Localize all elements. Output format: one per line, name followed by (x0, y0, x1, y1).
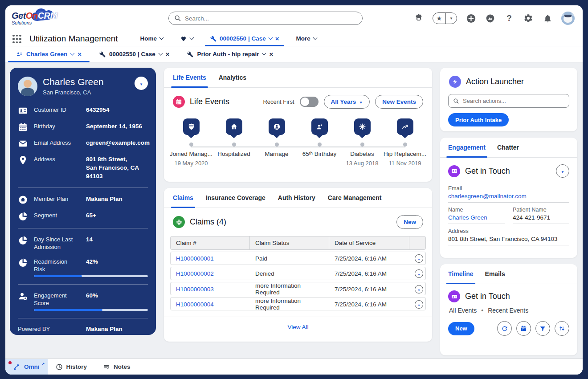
col-claim-number[interactable]: Claim # (171, 236, 250, 249)
chevron-down-icon[interactable] (190, 36, 194, 40)
recent-first-toggle[interactable] (300, 97, 318, 107)
einstein-icon[interactable] (413, 13, 424, 24)
nav-tab-more[interactable]: More (289, 31, 323, 46)
new-claim-button[interactable]: New (396, 215, 423, 229)
col-date-of-service[interactable]: Date of Service (329, 236, 409, 249)
nav-tab-favorite[interactable] (173, 31, 200, 46)
chevron-down-icon[interactable] (159, 36, 164, 40)
timeline-dot (189, 143, 193, 147)
tab-timeline[interactable]: Timeline (448, 264, 474, 284)
subtab-charles-green[interactable]: Charles Green (8, 46, 90, 62)
life-event-marriage[interactable]: Marriage (256, 118, 298, 167)
nav-tab-home[interactable]: Home (133, 31, 171, 46)
chevron-down-icon[interactable] (158, 51, 163, 56)
life-event-diabetes[interactable]: Diabetes 13 Aug 2018 (341, 118, 383, 167)
life-event-65th-birthday[interactable]: 65ᵗʰ Birthday (298, 118, 340, 167)
global-search[interactable] (168, 12, 363, 25)
timeline-dot (360, 143, 364, 147)
utility-notes[interactable]: Notes (95, 359, 139, 375)
life-event-hip-replacement[interactable]: Hip Replacem... 11 Nov 2019 (384, 118, 426, 167)
app-launcher-waffle-icon[interactable] (12, 34, 21, 44)
calendar-icon[interactable] (516, 321, 531, 336)
subtab-case[interactable]: 00002550 | Case (91, 46, 177, 62)
favorites-dropdown-icon[interactable] (445, 13, 457, 24)
col-claim-status[interactable]: Claim Status (250, 236, 329, 249)
setup-gear-icon[interactable] (523, 13, 534, 24)
popout-arrow-icon[interactable] (41, 360, 45, 367)
utility-history[interactable]: History (48, 359, 95, 375)
claims-chip-icon (173, 216, 185, 228)
email-value[interactable]: charlesgreen@mailnator.com (448, 192, 569, 203)
get-in-touch-collapse-button[interactable] (556, 164, 569, 178)
help-icon[interactable] (504, 13, 514, 24)
year-filter-button[interactable]: All Years (324, 95, 370, 109)
row-actions-chevron-icon[interactable] (415, 269, 423, 278)
divider (18, 318, 148, 318)
tab-analytics[interactable]: Analytics (219, 68, 246, 87)
tab-care-management[interactable]: Care Management (328, 188, 382, 208)
claim-link[interactable]: H1000000004 (176, 301, 214, 308)
readmission-risk-progress (34, 275, 148, 277)
subtab-prior-auth[interactable]: Prior Auth - hip repair (179, 46, 281, 62)
prior-auth-intake-button[interactable]: Prior Auth Intake (448, 113, 509, 126)
row-actions-chevron-icon[interactable] (415, 300, 423, 309)
claim-date: 7/25/2024, 6:16 AM (329, 286, 409, 293)
filter-all-events[interactable]: All Events (449, 307, 477, 314)
bullet-separator (481, 307, 483, 314)
tab-auth-history[interactable]: Auth History (278, 188, 315, 208)
close-subtab-icon[interactable] (166, 50, 170, 58)
utility-omni[interactable]: Omni (5, 359, 48, 375)
refresh-icon[interactable] (497, 321, 512, 336)
tab-engagement[interactable]: Engagement (448, 138, 486, 157)
sort-icon[interactable] (555, 321, 569, 336)
claim-row: H1000000004 more Information Required 7/… (170, 297, 426, 310)
user-avatar[interactable] (561, 12, 575, 25)
chevron-down-icon[interactable] (313, 36, 317, 40)
life-events-title: Life Events (190, 97, 229, 106)
global-search-input[interactable] (185, 15, 357, 22)
action-search-input[interactable] (463, 98, 564, 104)
tab-insurance-coverage[interactable]: Insurance Coverage (206, 188, 265, 208)
tab-claims[interactable]: Claims (173, 188, 193, 208)
profile-expand-button[interactable] (135, 77, 148, 90)
logo[interactable]: GetOnCRM Solutions (12, 11, 57, 25)
claim-link[interactable]: H1000000002 (176, 270, 214, 277)
action-search[interactable] (448, 94, 569, 108)
new-events-button[interactable]: New Events (375, 95, 423, 109)
tab-emails[interactable]: Emails (485, 264, 505, 284)
patient-avatar (18, 77, 37, 96)
chevron-down-icon[interactable] (262, 51, 266, 56)
life-event-hospitalized[interactable]: Hospitalized (213, 118, 255, 167)
chevron-down-icon[interactable] (268, 36, 273, 40)
notifications-bell-icon[interactable] (542, 13, 553, 24)
tab-life-events[interactable]: Life Events (173, 68, 206, 87)
favorite-star-icon[interactable] (433, 13, 446, 24)
name-label: Name (448, 207, 505, 213)
home-icon (226, 118, 242, 135)
claim-date: 7/25/2024, 6:16 AM (329, 270, 409, 277)
name-value[interactable]: Charles Green (448, 213, 505, 224)
chevron-down-icon (359, 98, 363, 105)
row-actions-chevron-icon[interactable] (415, 285, 423, 293)
nav-tab-case[interactable]: 00002550 | Case (203, 31, 286, 46)
timeline-new-button[interactable]: New (448, 322, 474, 335)
filter-recent-events[interactable]: Recent Events (488, 307, 528, 314)
claim-link[interactable]: H1000000001 (176, 255, 214, 262)
filter-funnel-icon[interactable] (535, 321, 550, 336)
view-all-link[interactable]: View All (287, 324, 308, 330)
close-subtab-icon[interactable] (269, 50, 273, 58)
close-tab-icon[interactable] (275, 35, 279, 42)
life-event-joined[interactable]: Joined Manag... 19 May 2020 (170, 118, 212, 167)
claim-link[interactable]: H1000000003 (176, 286, 214, 293)
trailhead-icon[interactable] (485, 13, 495, 24)
profile-field-address: Address 801 8th Street, San Francisco, C… (18, 155, 148, 181)
close-subtab-icon[interactable] (78, 50, 82, 58)
global-add-icon[interactable] (466, 13, 476, 24)
profile-field-member-plan: Member Plan Makana Plan (18, 195, 148, 205)
claim-date: 7/25/2024, 6:16 AM (329, 255, 409, 262)
row-actions-chevron-icon[interactable] (415, 254, 423, 263)
tab-chatter[interactable]: Chatter (497, 138, 519, 157)
chevron-down-icon[interactable] (70, 51, 75, 56)
action-launcher-title: Action Launcher (466, 77, 524, 86)
calendar-icon (18, 122, 28, 132)
